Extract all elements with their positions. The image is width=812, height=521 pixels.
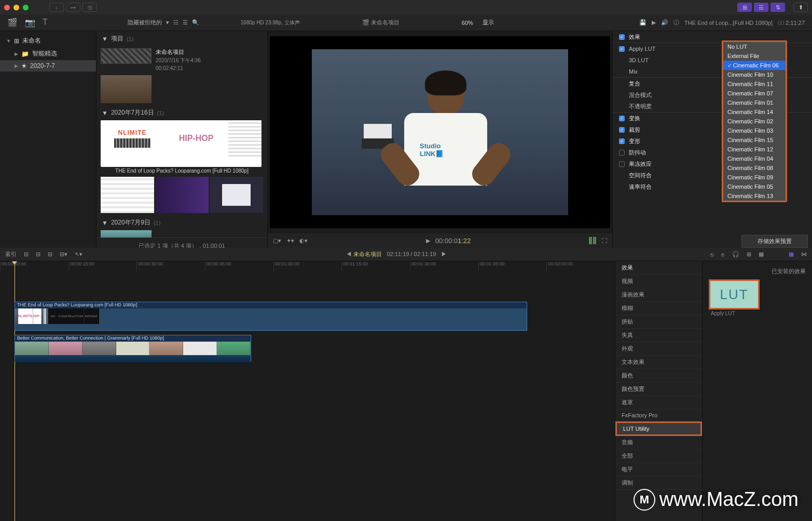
effect-category[interactable]: 遮罩 [615,396,702,410]
project-item[interactable]: 未命名项目 2020/7/16 下午4:36 00:02:42:11 [97,46,267,73]
projects-header[interactable]: ▼项目 (1) [97,31,267,46]
effect-category[interactable]: 漫画效果 [615,288,702,302]
share-button[interactable]: ⬆ [793,3,808,12]
effect-category[interactable]: 模糊 [615,302,702,315]
timeline[interactable]: 00:00:00:0000:00:15:0000:00:30:0000:00:4… [0,261,615,521]
photos-icon[interactable]: 📷 [25,18,35,27]
enhance-icon[interactable]: ✦▾ [286,237,294,244]
display-menu[interactable]: 显示 [483,19,494,26]
tl-select-tool-icon[interactable]: ↖▾ [75,251,82,258]
filter-dropdown[interactable]: 隐藏被拒绝的 [128,19,162,26]
save-preset-button[interactable]: 存储效果预置 [741,235,808,248]
solo-icon[interactable]: 🎧 [732,251,739,258]
effect-category[interactable]: 外观 [615,342,702,356]
close-icon[interactable] [4,5,10,10]
tl-icon[interactable]: ▦ [759,251,764,258]
effect-category[interactable]: 失真 [615,329,702,342]
import-button[interactable]: ↓ [49,3,64,12]
maximize-icon[interactable] [23,5,29,10]
lut-option[interactable]: External File [723,51,786,61]
lut-option[interactable]: Cinematic Film 07 [723,89,786,98]
lut-option[interactable]: Cinematic Film 06 [723,61,786,70]
effect-category[interactable]: 视频 [615,275,702,288]
lut-option[interactable]: Cinematic Film 02 [723,117,786,126]
lut-option[interactable]: Cinematic Film 03 [723,126,786,135]
next-edit-icon[interactable]: ▶ [441,251,447,257]
lut-option[interactable]: Cinematic Film 12 [723,145,786,154]
effect-category[interactable]: 拼贴 [615,315,702,329]
clip-thumbnail[interactable] [101,75,152,103]
retime-icon[interactable]: ◐▾ [299,237,308,244]
lut-option[interactable]: Cinematic Film 04 [723,154,786,163]
effect-category[interactable]: 全部 [615,449,702,463]
list-view-icon[interactable]: ☰ [183,19,188,26]
inspector-view-button[interactable]: ⇅ [770,3,785,12]
timeline-timecode: 02:11:19 / 02:11:19 [387,251,436,257]
installed-effects-label[interactable]: 已安装的效果 [707,265,808,277]
timeline-clip-1[interactable]: THE End of Loop Packs? Looparang.com [Fu… [15,302,527,331]
effect-category[interactable]: 颜色 [615,369,702,383]
effect-category[interactable]: 文本效果 [615,356,702,369]
minimize-icon[interactable] [13,5,19,10]
library-row[interactable]: ▼⊞未命名 [0,34,96,47]
date-group-1[interactable]: ▼2020年7月16日 (1) [97,105,267,120]
date-group-2[interactable]: ▼2020年7月9日 (1) [97,215,267,230]
timeline-clip-2[interactable]: Better Communication, Better Connection … [15,335,251,362]
transitions-icon[interactable]: ⋈ [801,251,807,258]
arrow-icon[interactable]: ▶ [652,19,656,26]
lut-option[interactable]: Cinematic Film 11 [723,79,786,89]
info-icon[interactable]: ⓘ [673,19,679,26]
viewer-canvas[interactable]: StudioLINK📘 [270,36,610,228]
zoom-level[interactable]: 60% [462,20,473,26]
lut-effect-thumbnail[interactable]: LUT [709,279,760,309]
browser-view-button[interactable]: ⊞ [737,3,752,12]
lut-option[interactable]: No LUT [723,42,786,51]
playhead[interactable] [15,261,15,521]
lut-option[interactable]: Cinematic Film 13 [723,191,786,201]
lut-option[interactable]: Cinematic Film 15 [723,135,786,145]
event-row[interactable]: ▶★2020-7-7 [0,60,96,72]
keyword-button[interactable]: ⊶ [66,3,80,12]
bg-tasks-button[interactable]: ◷ [82,3,97,12]
lut-option[interactable]: Cinematic Film 09 [723,173,786,182]
effects-browser-icon[interactable]: ▦ [789,251,794,258]
titles-icon[interactable]: T [43,18,48,27]
lut-option[interactable]: Cinematic Film 14 [723,107,786,117]
lut-option[interactable]: Cinematic Film 05 [723,182,786,191]
skimming-icon[interactable]: ⎋ [710,251,714,258]
effect-category[interactable]: 电平 [615,463,702,476]
lut-option[interactable]: Cinematic Film 10 [723,70,786,79]
fullscreen-icon[interactable]: ⛶ [601,237,607,244]
search-icon[interactable]: 🔍 [192,19,199,26]
snap-icon[interactable]: ⊞ [747,251,751,258]
watermark: M www.MacZ.com [634,488,799,511]
library-icon[interactable]: 🎬 [7,18,18,27]
viewer-timecode: 00:00:01:22 [435,237,471,245]
smart-collection-row[interactable]: ▶📁智能精选 [0,47,96,60]
save-icon[interactable]: 💾 [639,19,646,26]
audio-icon[interactable]: 🔊 [661,19,668,26]
timeline-view-button[interactable]: ☰ [754,3,768,12]
timeline-toolbar: 索引 ⊟ ⊟ ⊟ ⊟▾ ↖▾ ◀ 未命名项目 02:11:19 / 02:11:… [0,248,812,261]
effect-category[interactable]: FxFactory Pro [615,410,702,421]
audio-skim-icon[interactable]: ⎋ [721,251,725,258]
prev-edit-icon[interactable]: ◀ [346,251,352,257]
clip-filmstrip-2[interactable] [97,175,267,215]
timeline-ruler[interactable]: 00:00:00:0000:00:15:0000:00:30:0000:00:4… [0,261,615,271]
effect-category[interactable]: 颜色预置 [615,383,702,396]
effect-category[interactable]: 音频 [615,436,702,449]
index-button[interactable]: 索引 [5,250,17,258]
transform-tool-icon[interactable]: ▢▾ [273,237,281,244]
tl-tool-icon[interactable]: ⊟ [48,251,52,258]
play-button[interactable]: ▶ [426,237,430,244]
lut-option[interactable]: Cinematic Film 08 [723,163,786,173]
effect-category[interactable]: LUT Utility [615,421,702,436]
lut-option[interactable]: Cinematic Film 01 [723,98,786,107]
lut-dropdown[interactable]: No LUTExternal FileCinematic Film 06Cine… [722,40,787,202]
tl-tool-icon[interactable]: ⊟ [36,251,40,258]
clip-filmstrip[interactable]: NLIMITE HIP-HOP [101,120,262,167]
tl-tool-icon[interactable]: ⊟▾ [60,251,67,258]
media-browser: ▼项目 (1) 未命名项目 2020/7/16 下午4:36 00:02:42:… [97,31,268,248]
tl-tool-icon[interactable]: ⊟ [24,251,29,258]
clip-appearance-icon[interactable]: ☷ [173,19,178,26]
